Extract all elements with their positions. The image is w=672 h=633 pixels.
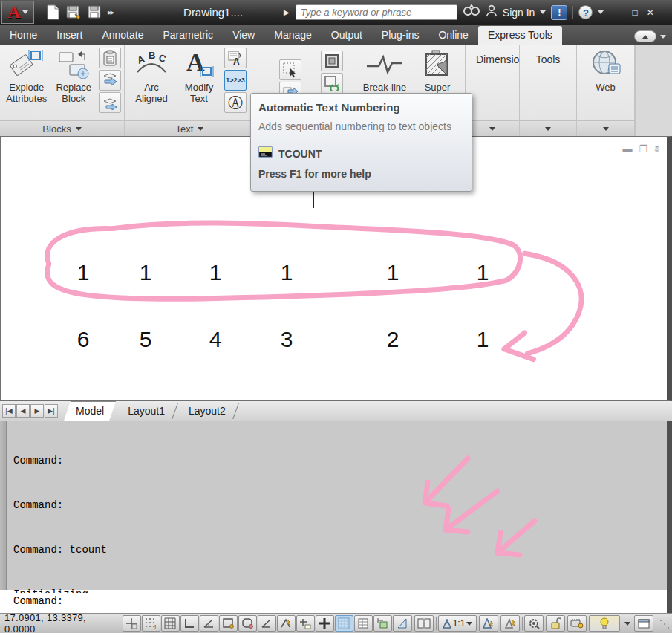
viewport-minimize-icon[interactable]: ▬: [623, 143, 633, 155]
workspace-switching-button[interactable]: [524, 615, 544, 632]
tab-model[interactable]: Model: [64, 401, 116, 421]
web-panel-footer[interactable]: [577, 120, 634, 136]
frame-display-button[interactable]: [321, 51, 343, 71]
viewport-close-icon[interactable]: 🕱: [654, 143, 659, 155]
search-icon[interactable]: [463, 4, 480, 20]
tab-layout1[interactable]: Layout1: [116, 402, 177, 421]
tcount-button[interactable]: 1>2>3: [224, 70, 247, 91]
resize-grip[interactable]: [659, 618, 669, 629]
model-space-button[interactable]: [393, 615, 412, 632]
selection-cycling-button[interactable]: [373, 615, 392, 632]
object-snap-tracking-button[interactable]: [258, 615, 276, 632]
title-expand-icon[interactable]: ▶: [284, 8, 290, 16]
text-object[interactable]: 6: [77, 327, 90, 352]
tab-insert[interactable]: Insert: [47, 26, 92, 45]
tab-annotate[interactable]: Annotate: [92, 26, 153, 45]
tab-parametric[interactable]: Parametric: [153, 26, 223, 45]
tab-manage[interactable]: Manage: [264, 26, 322, 45]
prev-layout-icon[interactable]: ◀: [16, 404, 30, 418]
sign-in-button[interactable]: Sign In: [503, 7, 535, 19]
command-window-splitter[interactable]: [0, 421, 7, 590]
minimize-button[interactable]: —: [614, 7, 623, 18]
last-layout-icon[interactable]: ▶|: [45, 404, 58, 418]
text-object[interactable]: 1: [477, 260, 489, 285]
annotation-visibility-button[interactable]: [479, 615, 498, 632]
text-panel-footer[interactable]: Text: [125, 120, 255, 136]
web-button[interactable]: Web: [582, 48, 630, 93]
snap-mode-button[interactable]: !: [142, 615, 160, 632]
text-object[interactable]: 5: [140, 327, 152, 352]
tab-layout2[interactable]: Layout2: [177, 402, 238, 421]
text-object[interactable]: 1: [387, 260, 399, 285]
save-icon[interactable]: [88, 5, 102, 20]
text-object[interactable]: 2: [387, 327, 399, 352]
text-object[interactable]: 1: [281, 260, 293, 285]
quick-properties-button[interactable]: [354, 615, 373, 632]
ribbon-minimize-dropdown-icon[interactable]: [660, 35, 666, 39]
update-fields-button[interactable]: [321, 73, 343, 94]
application-menu-button[interactable]: A: [1, 1, 34, 24]
dynamic-input-button[interactable]: [296, 615, 315, 632]
3d-object-snap-button[interactable]: [238, 615, 257, 632]
sign-in-dropdown-icon[interactable]: [540, 10, 546, 14]
autoscale-button[interactable]: [500, 615, 520, 632]
polar-tracking-button[interactable]: [200, 615, 218, 632]
text-object[interactable]: 3: [281, 327, 293, 352]
tab-output[interactable]: Output: [322, 26, 372, 45]
application-status-menu-button[interactable]: [589, 615, 620, 632]
new-file-icon[interactable]: [46, 4, 60, 20]
grid-display-button[interactable]: [161, 615, 180, 632]
dimension-panel-footer[interactable]: [466, 120, 519, 136]
export-attributes-button[interactable]: [99, 70, 121, 91]
ortho-mode-button[interactable]: [180, 615, 199, 632]
modify-text-button[interactable]: A Modify Text: [175, 48, 223, 104]
transparency-button[interactable]: [335, 615, 353, 632]
command-history[interactable]: Command: Command: Command: tcount Initia…: [7, 421, 667, 590]
tab-express-tools[interactable]: Express Tools: [478, 26, 562, 45]
tab-online[interactable]: Online: [428, 26, 477, 45]
hardware-acceleration-button[interactable]: [567, 615, 587, 632]
text-object[interactable]: 1: [477, 327, 489, 352]
object-snap-button[interactable]: [219, 615, 238, 632]
viewport-restore-icon[interactable]: ❐: [639, 143, 648, 155]
status-menu-dropdown-icon[interactable]: [624, 622, 630, 626]
help-dropdown-icon[interactable]: [598, 10, 604, 14]
dynamic-ucs-button[interactable]: [277, 615, 296, 632]
explode-attributes-button[interactable]: Explode Attributes: [3, 48, 50, 104]
copy-nested-objects-button[interactable]: [99, 48, 121, 68]
annotation-scale-button[interactable]: 1:1: [438, 615, 477, 632]
next-layout-icon[interactable]: ▶: [30, 404, 44, 418]
break-line-button[interactable]: Break-line: [361, 48, 408, 93]
tools-panel-footer[interactable]: [520, 120, 576, 136]
text-object[interactable]: 1: [140, 260, 152, 285]
search-input[interactable]: [296, 4, 457, 20]
quick-access-expand-icon[interactable]: ▸▸: [108, 7, 113, 17]
quick-view-layouts-button[interactable]: [414, 615, 434, 632]
text-object[interactable]: 4: [209, 327, 222, 352]
select-text-button[interactable]: [279, 59, 301, 80]
close-button[interactable]: ✕: [647, 7, 654, 18]
help-icon[interactable]: ?: [578, 5, 593, 19]
tab-home[interactable]: Home: [0, 26, 47, 45]
import-attributes-button[interactable]: [99, 92, 121, 113]
text-object[interactable]: 1: [77, 260, 90, 285]
restore-button[interactable]: □: [632, 7, 637, 18]
lineweight-button[interactable]: [316, 615, 334, 632]
coordinates-readout[interactable]: 17.0901, 13.3379, 0.0000: [0, 612, 123, 633]
ribbon-minimize-button[interactable]: [634, 30, 656, 42]
exchange-apps-icon[interactable]: !: [551, 5, 567, 20]
command-input[interactable]: Command:: [7, 593, 667, 611]
first-layout-icon[interactable]: |◀: [2, 404, 16, 418]
qsave-icon[interactable]: [66, 5, 82, 20]
tab-view[interactable]: View: [223, 26, 264, 45]
toolbar-lock-button[interactable]: [546, 615, 565, 632]
blocks-panel-footer[interactable]: Blocks: [0, 120, 124, 136]
replace-block-button[interactable]: Replace Block: [50, 48, 98, 104]
super-hatch-button[interactable]: Super: [416, 48, 459, 93]
convert-text-button[interactable]: A: [224, 48, 247, 68]
text-object[interactable]: 1: [209, 260, 222, 285]
clean-screen-button[interactable]: [634, 615, 653, 632]
unmask-text-button[interactable]: Ⓐ: [224, 92, 247, 113]
infer-constraints-button[interactable]: [123, 615, 141, 632]
tab-plugins[interactable]: Plug-ins: [372, 26, 429, 45]
